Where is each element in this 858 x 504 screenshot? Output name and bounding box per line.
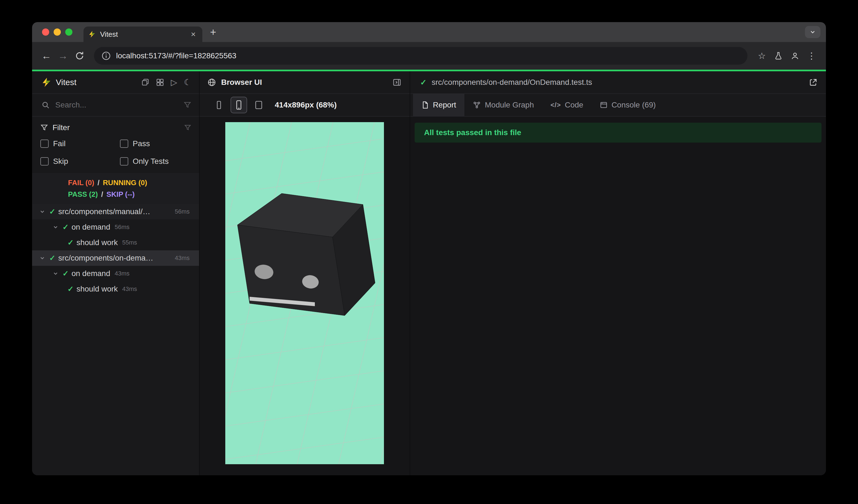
avatar-icon bbox=[790, 51, 800, 61]
filter-checkbox-only-tests[interactable]: Only Tests bbox=[120, 157, 199, 166]
filter-reset-icon[interactable] bbox=[184, 124, 191, 131]
dashboard-icon[interactable] bbox=[156, 78, 164, 86]
browser-menu-button[interactable]: ⋮ bbox=[803, 48, 820, 64]
tab-console[interactable]: Console (69) bbox=[591, 94, 664, 116]
device-toolbar: 414x896px (68%) bbox=[200, 94, 410, 117]
back-button[interactable]: ← bbox=[38, 48, 55, 64]
clear-filter-icon[interactable] bbox=[184, 101, 191, 109]
duration: 55ms bbox=[122, 239, 137, 246]
reload-icon bbox=[75, 51, 84, 61]
filter-checkbox-skip[interactable]: Skip bbox=[41, 157, 120, 166]
chevron-down-icon[interactable] bbox=[38, 255, 46, 261]
device-tablet-button[interactable] bbox=[251, 97, 267, 113]
report-content: All tests passed in this file bbox=[410, 117, 826, 475]
url-text: localhost:5173/#/?file=1828625563 bbox=[116, 51, 236, 60]
bookmark-button[interactable]: ☆ bbox=[753, 48, 770, 64]
tab-code[interactable]: </> Code bbox=[542, 94, 591, 116]
pass-check-icon: ✓ bbox=[67, 284, 74, 293]
pass-check-icon: ✓ bbox=[420, 78, 427, 87]
chevron-down-icon[interactable] bbox=[38, 209, 46, 215]
separator: / bbox=[101, 189, 103, 200]
tree-file-row-selected[interactable]: ✓ src/components/on-dema… 43ms bbox=[32, 250, 199, 266]
open-panel-button[interactable] bbox=[393, 78, 401, 87]
module-graph-icon bbox=[473, 101, 481, 109]
zoom-window-button[interactable] bbox=[65, 29, 73, 36]
skip-count: SKIP (--) bbox=[107, 189, 134, 200]
checkbox-label: Skip bbox=[53, 157, 68, 166]
pass-check-icon: ✓ bbox=[62, 223, 69, 231]
tab-close-icon[interactable]: × bbox=[189, 30, 197, 38]
tree-test-row[interactable]: ✓ should work 55ms bbox=[32, 235, 199, 250]
run-all-tests-icon[interactable]: ▷ bbox=[171, 78, 177, 86]
report-tab-bar: Report Module Graph </> Code Console bbox=[410, 94, 826, 117]
test-label: should work bbox=[77, 238, 118, 247]
panel-title: Browser UI bbox=[221, 78, 262, 87]
tree-suite-row[interactable]: ✓ on demand 43ms bbox=[32, 266, 199, 281]
suite-label: on demand bbox=[72, 223, 110, 231]
search-input[interactable] bbox=[55, 100, 178, 110]
chevron-down-icon bbox=[809, 29, 816, 35]
experiments-button[interactable] bbox=[770, 48, 787, 64]
vitest-favicon-icon bbox=[89, 31, 96, 38]
filter-header: Filter bbox=[32, 123, 199, 132]
browser-tab[interactable]: Vitest × bbox=[83, 27, 202, 42]
browser-preview-area bbox=[200, 117, 410, 475]
file-label: src/components/on-dema… bbox=[58, 254, 154, 262]
flask-icon bbox=[774, 51, 783, 60]
tab-module-graph[interactable]: Module Graph bbox=[464, 94, 542, 116]
traffic-lights bbox=[42, 29, 73, 36]
filter-checkbox-pass[interactable]: Pass bbox=[120, 139, 199, 148]
tab-report[interactable]: Report bbox=[413, 94, 464, 116]
tree-test-row[interactable]: ✓ should work 43ms bbox=[32, 281, 199, 297]
device-mobile-small-button[interactable] bbox=[211, 97, 227, 113]
device-mobile-button[interactable] bbox=[231, 97, 247, 113]
tree-file-row[interactable]: ✓ src/components/manual/… 56ms bbox=[32, 204, 199, 220]
chevron-down-icon[interactable] bbox=[51, 224, 60, 230]
funnel-icon bbox=[41, 124, 48, 131]
duration: 43ms bbox=[115, 270, 130, 277]
duration: 43ms bbox=[175, 255, 199, 262]
tab-search-button[interactable] bbox=[805, 26, 821, 38]
checkbox-icon bbox=[120, 140, 128, 148]
tree-suite-row[interactable]: ✓ on demand 56ms bbox=[32, 220, 199, 235]
theme-toggle-icon[interactable]: ☾ bbox=[184, 78, 191, 86]
pass-check-icon: ✓ bbox=[67, 238, 74, 247]
reload-button[interactable] bbox=[71, 48, 88, 64]
tab-title: Vitest bbox=[100, 30, 189, 39]
address-bar[interactable]: localhost:5173/#/?file=1828625563 bbox=[94, 47, 747, 65]
tests-passed-banner: All tests passed in this file bbox=[415, 123, 822, 143]
fail-count: FAIL (0) bbox=[68, 177, 94, 189]
forward-button[interactable]: → bbox=[55, 48, 71, 64]
minimize-window-button[interactable] bbox=[54, 29, 61, 36]
test-tree: ✓ src/components/manual/… 56ms ✓ on dema… bbox=[32, 204, 199, 475]
console-icon bbox=[600, 101, 607, 109]
running-count: RUNNING (0) bbox=[103, 177, 147, 189]
separator: / bbox=[98, 177, 99, 189]
summary-line-1: FAIL (0) / RUNNING (0) bbox=[68, 177, 199, 189]
phone-icon bbox=[234, 100, 243, 110]
browser-tab-strip: Vitest × + bbox=[32, 22, 826, 42]
checkbox-icon bbox=[120, 157, 128, 165]
browser-window: Vitest × + ← → localhost:5173/#/?file=18… bbox=[32, 22, 826, 475]
chevron-down-icon[interactable] bbox=[51, 271, 60, 277]
threejs-cube-scene bbox=[225, 122, 384, 464]
vitest-logo-icon bbox=[42, 77, 51, 87]
filter-checkbox-fail[interactable]: Fail bbox=[41, 139, 120, 148]
site-info-icon[interactable] bbox=[101, 51, 111, 61]
profile-button[interactable] bbox=[787, 48, 803, 64]
collapse-panels-icon[interactable] bbox=[141, 78, 149, 86]
new-tab-button[interactable]: + bbox=[210, 27, 216, 37]
test-file-path: src/components/on-demand/OnDemand.test.t… bbox=[431, 78, 804, 87]
suite-label: on demand bbox=[72, 269, 110, 278]
report-panel: ✓ src/components/on-demand/OnDemand.test… bbox=[410, 71, 826, 475]
vitest-ui: Vitest ▷ ☾ bbox=[32, 71, 826, 475]
checkbox-icon bbox=[41, 140, 49, 148]
test-summary: FAIL (0) / RUNNING (0) PASS (2) / SKIP (… bbox=[32, 173, 199, 204]
checkbox-label: Fail bbox=[53, 139, 65, 148]
tested-app-viewport[interactable] bbox=[225, 122, 384, 464]
code-icon: </> bbox=[550, 101, 561, 109]
open-external-icon[interactable] bbox=[809, 78, 817, 87]
close-window-button[interactable] bbox=[42, 29, 49, 36]
browser-toolbar: ← → localhost:5173/#/?file=1828625563 ☆ … bbox=[32, 42, 826, 70]
pass-check-icon: ✓ bbox=[49, 254, 55, 262]
